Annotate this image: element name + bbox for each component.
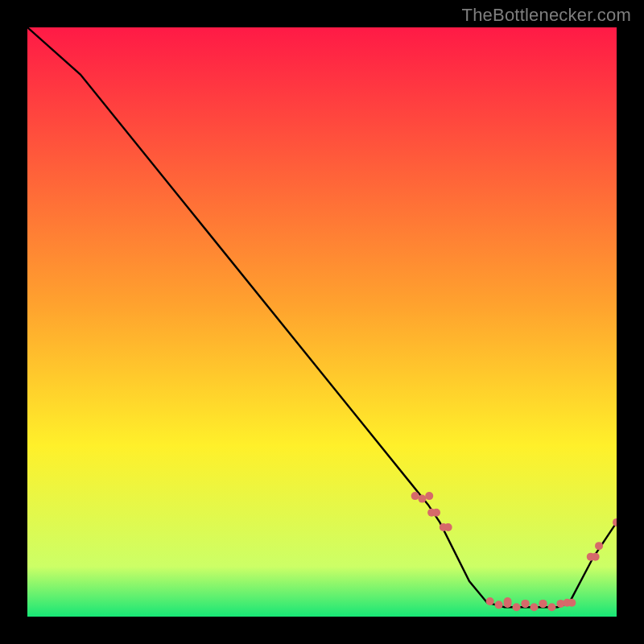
marker-dot <box>530 603 539 611</box>
marker-dot <box>411 492 419 500</box>
plot-area <box>27 27 617 617</box>
marker-dot <box>418 495 426 503</box>
marker-dot <box>486 597 494 605</box>
marker-dot <box>504 600 512 608</box>
marker-dot <box>513 603 521 611</box>
marker-dot <box>568 599 576 607</box>
marker-dot <box>592 553 600 561</box>
marker-dot <box>495 601 503 609</box>
marker-dot <box>432 509 440 517</box>
marker-dot <box>425 492 433 500</box>
marker-dot <box>444 523 452 531</box>
chart-stage: TheBottlenecker.com <box>0 0 644 644</box>
marker-dot <box>539 600 547 608</box>
marker-dot <box>595 542 603 550</box>
gradient-background <box>27 27 617 617</box>
chart-svg <box>27 27 617 617</box>
marker-dot <box>522 600 530 608</box>
attribution-label: TheBottlenecker.com <box>462 5 631 26</box>
marker-dot <box>547 603 555 611</box>
